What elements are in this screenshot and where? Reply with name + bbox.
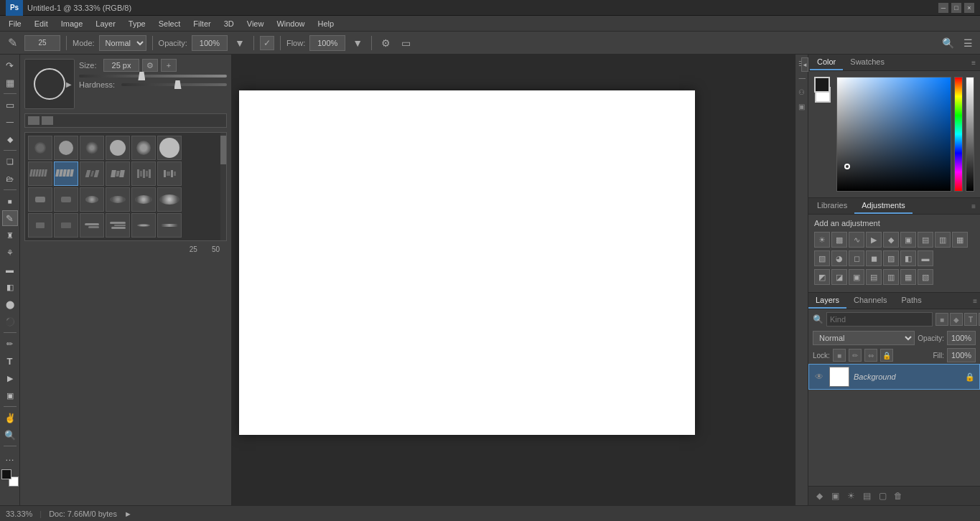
layers-opacity-input[interactable] <box>947 331 976 345</box>
arrange-icon[interactable]: ☰ <box>960 35 976 51</box>
menu-select[interactable]: Select <box>153 18 187 29</box>
brush-preview-arrow[interactable]: ▶ <box>66 80 72 88</box>
expand-status[interactable]: ► <box>124 510 132 518</box>
adj-desaturate-icon[interactable]: ▣ <box>849 269 864 285</box>
brush-tool[interactable]: ✎ <box>2 210 18 226</box>
brush-preset-5[interactable] <box>131 136 156 160</box>
blur-tool[interactable]: ⬤ <box>2 296 18 312</box>
brush-preset-3[interactable] <box>80 136 104 160</box>
menu-filter[interactable]: Filter <box>187 18 216 29</box>
layer-group-icon[interactable]: ▤ <box>860 489 873 502</box>
layer-effects-icon[interactable]: ◆ <box>813 489 826 502</box>
brush-preset-10[interactable] <box>106 161 130 186</box>
tab-channels[interactable]: Channels <box>846 293 894 309</box>
filter-type-icon[interactable]: T <box>964 313 977 326</box>
eraser-tool[interactable]: ▬ <box>2 262 18 278</box>
adj-matchcolor-icon[interactable]: ▤ <box>866 269 882 285</box>
adj-hdrtoning-icon[interactable]: ◪ <box>831 269 847 285</box>
brush-preset-19[interactable] <box>28 213 52 238</box>
adj-posterize-icon[interactable]: ◼ <box>866 250 882 266</box>
layer-adjustment-icon[interactable]: ☀ <box>844 489 857 502</box>
menu-type[interactable]: Type <box>123 18 151 29</box>
search-icon[interactable]: 🔍 <box>940 35 956 51</box>
tab-adjustments[interactable]: Adjustments <box>854 198 913 214</box>
hand-tool[interactable]: ✌ <box>2 410 18 426</box>
menu-help[interactable]: Help <box>312 18 340 29</box>
brush-preset-6[interactable] <box>157 136 182 160</box>
brush-pose-icon[interactable]: ▭ <box>398 35 414 51</box>
brush-options-icon[interactable]: ⚙ <box>378 35 393 51</box>
brush-preset-8[interactable] <box>54 161 78 186</box>
lock-move-icon[interactable]: ⇔ <box>864 349 877 362</box>
eyedropper-tool[interactable]: 🗁 <box>2 171 18 187</box>
adj-invert-icon[interactable]: ◻ <box>849 250 864 266</box>
brush-preset-16[interactable] <box>106 187 130 212</box>
adjustments-panel-menu[interactable]: ≡ <box>969 200 979 213</box>
adj-exposure-icon[interactable]: ▶ <box>866 232 882 248</box>
adj-grid-icon[interactable]: ▧ <box>918 269 933 285</box>
adj-replacecolor-icon[interactable]: ▥ <box>883 269 899 285</box>
adj-brightness-icon[interactable]: ☀ <box>814 232 830 248</box>
flow-dropdown-icon[interactable]: ▼ <box>350 35 365 51</box>
menu-edit[interactable]: Edit <box>29 18 54 29</box>
brush-preset-13[interactable] <box>28 187 52 212</box>
airbrush-icon[interactable]: ✓ <box>260 36 274 50</box>
more-tools[interactable]: … <box>2 449 18 465</box>
tab-swatches[interactable]: Swatches <box>843 55 892 70</box>
panel-icon-2[interactable]: ⸻ <box>796 72 808 83</box>
filter-pixel-icon[interactable]: ■ <box>935 313 948 326</box>
brush-preset-22[interactable] <box>106 213 130 238</box>
size-slider[interactable] <box>79 75 227 78</box>
brush-preset-7[interactable] <box>28 161 52 186</box>
menu-3d[interactable]: 3D <box>218 18 240 29</box>
lock-all-icon[interactable]: 🔒 <box>880 349 893 362</box>
fg-bg-colors[interactable] <box>1 469 19 487</box>
layers-panel-menu[interactable]: ≡ <box>970 294 980 308</box>
lasso-tool[interactable]: ⸻ <box>2 114 18 130</box>
lock-position-icon[interactable]: ✏ <box>849 349 862 362</box>
brush-preset-15[interactable] <box>80 187 104 212</box>
crop-tool[interactable]: ❏ <box>2 154 18 169</box>
brush-preset-17[interactable] <box>131 187 156 212</box>
gradient-tool[interactable]: ◧ <box>2 279 18 295</box>
type-tool[interactable]: T <box>2 353 18 369</box>
foreground-color-swatch[interactable] <box>1 469 11 479</box>
healing-tool[interactable]: ■ <box>2 193 18 209</box>
panel-icon-4[interactable]: ▣ <box>796 100 808 112</box>
marquee-tool[interactable]: ▭ <box>2 97 18 113</box>
tab-layers[interactable]: Layers <box>808 293 846 309</box>
layers-kind-input[interactable] <box>826 312 933 327</box>
menu-view[interactable]: View <box>241 18 270 29</box>
brush-list-icon[interactable] <box>28 116 39 125</box>
brush-preset-1[interactable] <box>28 136 52 160</box>
brush-grid-scrollbar[interactable] <box>220 133 226 240</box>
mode-select[interactable]: Normal <box>99 35 146 51</box>
adj-curves-icon[interactable]: ∿ <box>849 232 864 248</box>
lock-pixels-icon[interactable]: ■ <box>833 349 846 362</box>
brush-preset-9[interactable] <box>80 161 104 186</box>
layer-delete-icon[interactable]: 🗑 <box>892 489 905 502</box>
brush-preset-20[interactable] <box>54 213 78 238</box>
title-bar-controls[interactable]: ─ □ × <box>938 3 974 13</box>
adj-channelmixer-icon[interactable]: ▧ <box>814 250 830 266</box>
adj-vibrance-icon[interactable]: ◆ <box>883 232 899 248</box>
layers-mode-select[interactable]: Normal <box>813 331 915 345</box>
close-button[interactable]: × <box>964 3 974 13</box>
move-tool[interactable]: ↷ <box>2 57 18 73</box>
dodge-tool[interactable]: ⚫ <box>2 314 18 329</box>
brush-preset-21[interactable] <box>80 213 104 238</box>
color-alpha-strip[interactable] <box>966 77 974 192</box>
quick-select-tool[interactable]: ◆ <box>2 131 18 147</box>
brush-size-toolbar[interactable]: 25 <box>24 35 60 51</box>
color-panel-menu[interactable]: ≡ <box>969 56 979 70</box>
brush-preset-4[interactable] <box>106 136 130 160</box>
panel-icon-3[interactable]: ⚇ <box>796 86 808 98</box>
zoom-tool[interactable]: 🔍 <box>2 427 18 443</box>
canvas-document[interactable] <box>239 90 695 435</box>
create-new-brush-button[interactable]: + <box>161 59 177 72</box>
adj-photofilter-icon[interactable]: ▦ <box>952 232 968 248</box>
brush-options-button[interactable]: ⚙ <box>142 59 158 72</box>
adj-bw-icon[interactable]: ▥ <box>935 232 951 248</box>
fg-bg-container[interactable] <box>814 77 831 103</box>
layer-background[interactable]: 👁 Background 🔒 <box>808 364 980 390</box>
